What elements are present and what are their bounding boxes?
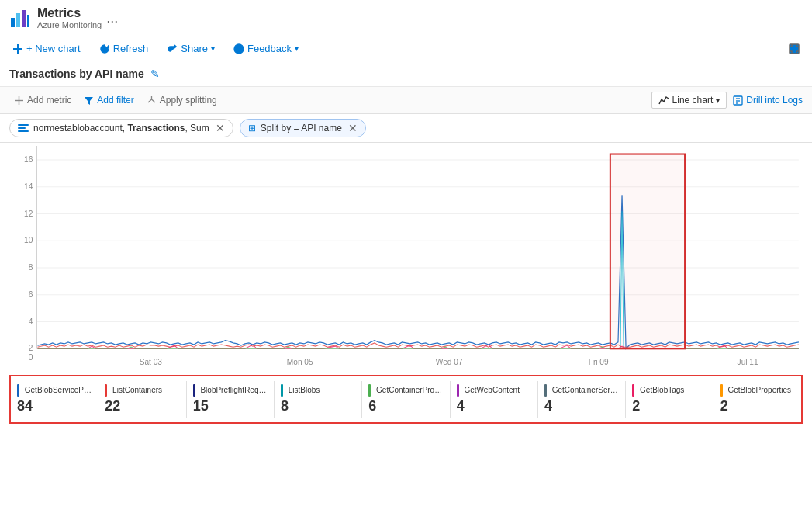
legend-item-name: GetBlobTags: [632, 384, 707, 397]
svg-text:14: 14: [24, 182, 33, 191]
legend-item-value: 8: [281, 398, 355, 414]
expand-icon: [789, 43, 800, 54]
legend-item: ListBlobs 8: [275, 381, 362, 418]
svg-text:Wed 07: Wed 07: [436, 358, 463, 366]
legend-item-value: 22: [105, 398, 179, 414]
svg-text:Mon 05: Mon 05: [287, 358, 313, 366]
legend-item: GetWebContent 4: [451, 381, 538, 418]
share-icon: [167, 43, 178, 54]
svg-rect-3: [27, 15, 29, 27]
share-button[interactable]: Share ▾: [164, 41, 218, 56]
legend-item: GetBlobServiceProper... 84: [11, 381, 98, 418]
add-filter-button[interactable]: Add filter: [79, 92, 138, 108]
main-toolbar: + New chart Refresh Share ▾ Feedback ▾: [0, 36, 812, 61]
chart-title-bar: Transactions by API name ✎: [0, 61, 812, 87]
legend-item: ListContainers 22: [98, 381, 186, 418]
split-pill: ⊞ Split by = API name ✕: [240, 119, 366, 137]
remove-metric-button[interactable]: ✕: [216, 122, 225, 134]
expand-button[interactable]: [786, 42, 803, 56]
legend-item-name: GetContainerProperties: [368, 384, 443, 397]
legend-item: GetBlobProperties 2: [714, 381, 801, 418]
svg-text:2: 2: [29, 344, 33, 352]
refresh-button[interactable]: Refresh: [96, 41, 152, 56]
legend-item: GetContainerProperties 6: [362, 381, 450, 418]
metrics-toolbar: Add metric Add filter Apply splitting Li…: [0, 87, 812, 114]
svg-rect-1: [16, 13, 20, 27]
legend-item-name: GetWebContent: [457, 384, 531, 397]
svg-text:6: 6: [29, 290, 33, 299]
chart-area: 16 14 12 10 8 6 4 2 0 Sat 03 Mon 05 Wed …: [0, 146, 812, 375]
legend-item-name: BlobPreflightRequest: [193, 384, 268, 397]
filter-icon: [84, 95, 94, 106]
legend-item-value: 2: [632, 398, 707, 414]
chart-svg: 16 14 12 10 8 6 4 2 0 Sat 03 Mon 05 Wed …: [9, 146, 803, 375]
chart-type-dropdown-icon: ▾: [716, 96, 720, 105]
app-header: Metrics Azure Monitoring ...: [0, 0, 812, 36]
app-subtitle: Azure Monitoring: [37, 20, 102, 29]
feedback-icon: [233, 43, 244, 54]
metrics-logo: [9, 7, 31, 29]
legend-item: GetBlobTags 2: [626, 381, 714, 418]
app-title: Metrics: [37, 6, 102, 20]
legend-item-value: 15: [193, 398, 268, 414]
legend-item-value: 84: [17, 398, 92, 414]
legend-item-value: 4: [544, 398, 619, 414]
pills-bar: normestablobaccount, Transactions, Sum ✕…: [0, 114, 812, 143]
svg-point-7: [238, 51, 239, 52]
svg-text:16: 16: [24, 155, 33, 164]
svg-text:Fri 09: Fri 09: [589, 358, 609, 366]
svg-text:12: 12: [24, 209, 33, 217]
legend-bar: GetBlobServiceProper... 84 ListContainer…: [9, 375, 803, 424]
split-pill-text: Split by = API name: [261, 123, 342, 133]
remove-split-button[interactable]: ✕: [348, 122, 358, 134]
metric-pill: normestablobaccount, Transactions, Sum ✕: [9, 119, 233, 137]
legend-item: BlobPreflightRequest 15: [187, 381, 275, 418]
legend-item-name: GetContainerServiceM...: [544, 384, 619, 397]
drill-into-logs-button[interactable]: Drill into Logs: [733, 95, 803, 106]
pill-lines-icon: [18, 124, 29, 132]
svg-text:8: 8: [29, 263, 33, 272]
legend-item-value: 2: [720, 398, 795, 414]
chart-type-selector[interactable]: Line chart ▾: [651, 92, 727, 109]
legend-item-name: ListContainers: [105, 384, 179, 397]
feedback-button[interactable]: Feedback ▾: [230, 41, 302, 56]
new-chart-button[interactable]: + New chart: [9, 41, 84, 56]
line-chart-icon: [658, 95, 669, 106]
svg-text:0: 0: [29, 353, 33, 362]
split-pill-icon: ⊞: [248, 123, 256, 133]
feedback-dropdown-icon: ▾: [295, 44, 299, 53]
svg-rect-40: [610, 154, 685, 349]
add-metric-button[interactable]: Add metric: [9, 92, 76, 108]
svg-marker-11: [85, 97, 93, 105]
drill-icon: [733, 95, 743, 106]
svg-text:Jul 11: Jul 11: [738, 358, 758, 366]
legend-item-name: ListBlobs: [281, 384, 355, 397]
svg-rect-0: [11, 18, 15, 27]
svg-text:10: 10: [24, 236, 33, 244]
edit-title-button[interactable]: ✎: [150, 68, 160, 80]
legend-item: GetContainerServiceM... 4: [538, 381, 626, 418]
add-metric-icon: [14, 95, 24, 106]
legend-item-value: 4: [457, 398, 531, 414]
refresh-icon: [99, 43, 110, 54]
plus-icon: [12, 43, 23, 54]
legend-item-name: GetBlobServiceProper...: [17, 384, 92, 397]
split-icon: [147, 95, 157, 106]
legend-item-name: GetBlobProperties: [720, 384, 795, 397]
metric-pill-text: normestablobaccount, Transactions, Sum: [33, 123, 209, 133]
chart-title: Transactions by API name: [9, 68, 144, 80]
svg-text:Sat 03: Sat 03: [140, 358, 163, 366]
svg-rect-2: [22, 10, 26, 27]
svg-text:4: 4: [29, 317, 33, 326]
legend-item-value: 6: [368, 398, 443, 414]
share-dropdown-icon: ▾: [211, 44, 215, 53]
more-options-button[interactable]: ...: [106, 10, 118, 26]
apply-splitting-button[interactable]: Apply splitting: [142, 92, 222, 108]
